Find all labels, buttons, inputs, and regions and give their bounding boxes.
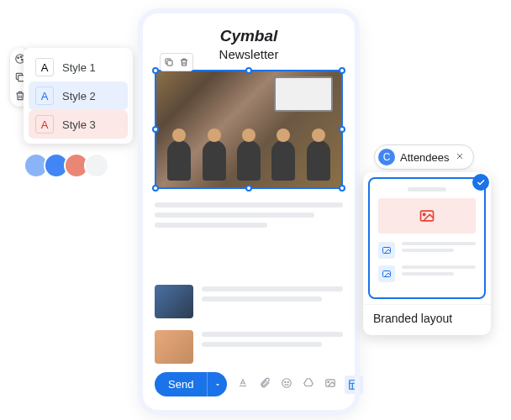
style-swatch-letter: A — [35, 87, 54, 105]
format-text-icon[interactable] — [235, 375, 250, 391]
svg-point-7 — [285, 381, 286, 382]
content-row[interactable] — [155, 330, 343, 364]
resize-handle[interactable] — [339, 126, 345, 133]
style-label: Style 3 — [62, 118, 96, 131]
text-block — [202, 285, 343, 318]
image-placeholder-icon — [378, 265, 395, 282]
hero-image — [156, 71, 341, 187]
resize-handle[interactable] — [152, 67, 159, 74]
style-option-3[interactable]: A Style 3 — [29, 110, 128, 139]
send-split-button: Send — [155, 372, 227, 396]
chip-avatar: C — [378, 149, 395, 165]
format-toolbar — [235, 375, 363, 394]
svg-point-1 — [18, 57, 19, 59]
resize-handle[interactable] — [245, 185, 252, 192]
copy-icon[interactable] — [162, 55, 176, 69]
svg-point-13 — [423, 213, 425, 216]
selected-check-icon — [472, 174, 489, 191]
newsletter-canvas: Cymbal Newsletter — [143, 13, 355, 410]
resize-handle[interactable] — [339, 185, 345, 192]
text-block — [202, 330, 343, 364]
resize-handle[interactable] — [152, 126, 159, 133]
style-swatch-letter: A — [35, 58, 54, 76]
color-swatch[interactable] — [84, 153, 109, 178]
send-options-button[interactable] — [207, 372, 227, 396]
brand-logo: Cymbal — [155, 27, 343, 45]
style-option-1[interactable]: A Style 1 — [29, 53, 128, 81]
image-placeholder-icon — [378, 242, 395, 259]
resize-handle[interactable] — [152, 185, 159, 192]
image-icon[interactable] — [323, 375, 338, 391]
resize-handle[interactable] — [339, 67, 345, 74]
svg-point-6 — [282, 378, 292, 387]
drive-icon[interactable] — [301, 375, 316, 391]
color-swatches — [24, 153, 104, 178]
compose-toolbar: Send — [155, 364, 343, 396]
thumbnail — [155, 330, 193, 364]
svg-point-3 — [21, 59, 23, 60]
attach-icon[interactable] — [257, 375, 272, 391]
text-block — [155, 201, 343, 273]
layout-option-card[interactable]: Branded layout — [363, 172, 491, 335]
layout-name: Branded layout — [363, 304, 491, 335]
layout-icon[interactable] — [345, 375, 363, 394]
svg-point-10 — [328, 381, 329, 382]
selection-toolbar — [160, 53, 193, 71]
style-label: Style 1 — [62, 61, 96, 74]
svg-point-2 — [20, 56, 22, 58]
content-row[interactable] — [155, 285, 343, 318]
send-button[interactable]: Send — [155, 372, 207, 396]
style-option-2[interactable]: A Style 2 — [29, 81, 128, 110]
svg-rect-11 — [350, 380, 359, 389]
close-icon[interactable] — [455, 151, 466, 163]
chip-label: Attendees — [400, 151, 450, 164]
attendees-chip[interactable]: C Attendees — [374, 144, 474, 170]
svg-rect-5 — [167, 60, 172, 66]
emoji-icon[interactable] — [279, 375, 294, 391]
style-panel: A Style 1 A Style 2 A Style 3 — [24, 48, 133, 144]
style-swatch-letter: A — [35, 115, 54, 134]
hero-image-selection[interactable] — [155, 70, 343, 189]
image-placeholder-icon — [378, 198, 476, 234]
thumbnail — [155, 285, 193, 318]
style-label: Style 2 — [62, 90, 96, 102]
layout-preview — [368, 177, 486, 299]
resize-handle[interactable] — [245, 67, 252, 74]
delete-icon[interactable] — [177, 55, 191, 69]
svg-point-8 — [288, 381, 289, 382]
